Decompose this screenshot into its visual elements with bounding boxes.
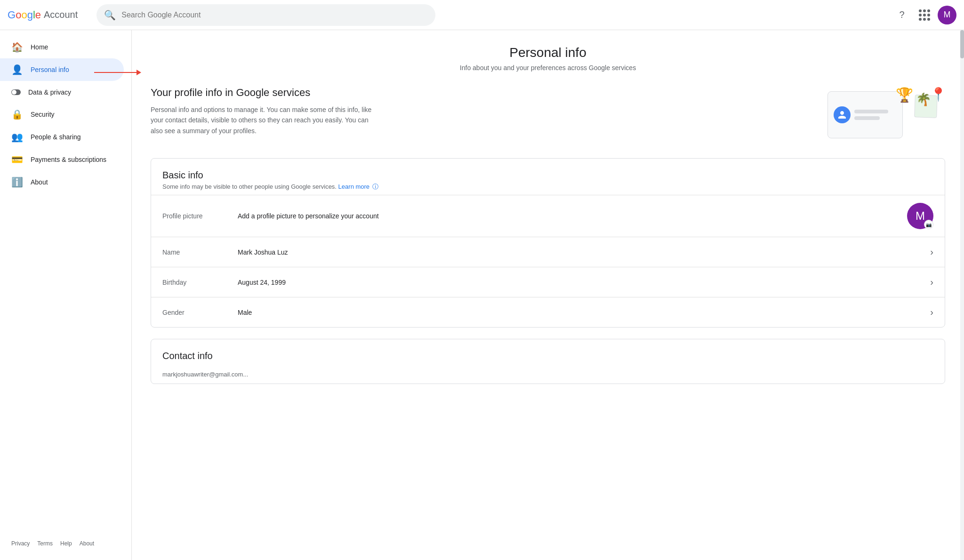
profile-avatar-letter: M: [916, 209, 925, 223]
sidebar: 🏠 Home 👤 Personal info Data & privacy 🔒 …: [0, 30, 132, 560]
account-avatar-button[interactable]: M: [938, 6, 956, 24]
account-label: Account: [44, 9, 78, 20]
pin-emoji: 📍: [930, 87, 947, 102]
birthday-row[interactable]: Birthday August 24, 1999 ›: [151, 267, 945, 297]
sidebar-label-personal-info: Personal info: [31, 66, 69, 73]
name-label: Name: [162, 248, 238, 256]
sidebar-label-about: About: [31, 178, 48, 186]
search-bar: 🔍: [96, 4, 435, 26]
contact-info-card: Contact info markjoshuawriter@gmail.com.…: [151, 339, 945, 384]
contact-info-header: Contact info: [151, 339, 945, 367]
main-content: Personal info Info about you and your pr…: [132, 30, 964, 560]
page-title: Personal info: [151, 45, 945, 60]
hero-title: Your profile info in Google services: [151, 87, 808, 99]
arrow-line: [132, 72, 137, 73]
profile-picture-action: M 📷: [907, 203, 933, 229]
sidebar-item-security[interactable]: 🔒 Security: [0, 103, 124, 126]
sidebar-footer: Privacy Terms Help About: [0, 533, 131, 554]
sidebar-label-security: Security: [31, 111, 55, 118]
birthday-chevron-icon: ›: [930, 277, 933, 288]
profile-picture-label: Profile picture: [162, 212, 238, 220]
header: Google Account 🔍 ? M: [0, 0, 964, 30]
apps-button[interactable]: [915, 6, 934, 24]
gender-label: Gender: [162, 309, 238, 316]
sidebar-label-data-privacy: Data & privacy: [28, 88, 71, 96]
info-circle-icon: ⓘ: [372, 183, 378, 190]
toggle-icon: [11, 87, 21, 97]
basic-info-title: Basic info: [162, 170, 933, 181]
help-icon: ?: [899, 9, 904, 20]
sidebar-item-payments[interactable]: 💳 Payments & subscriptions: [0, 148, 124, 171]
scrollbar-thumb[interactable]: [960, 30, 964, 58]
footer-terms-link[interactable]: Terms: [37, 540, 53, 547]
red-arrow-container: [132, 70, 141, 75]
learn-more-link[interactable]: Learn more: [338, 183, 370, 190]
camera-badge: 📷: [924, 220, 933, 229]
gender-row[interactable]: Gender Male ›: [151, 297, 945, 327]
people-icon: 👥: [11, 131, 23, 143]
info-icon: ℹ️: [11, 176, 23, 188]
hero-text: Your profile info in Google services Per…: [151, 87, 808, 136]
basic-info-desc-text: Some info may be visible to other people…: [162, 183, 337, 190]
google-logo[interactable]: Google Account: [8, 9, 89, 21]
footer-privacy-link[interactable]: Privacy: [11, 540, 30, 547]
search-input[interactable]: [121, 11, 428, 19]
google-logo-text: Google: [8, 9, 41, 21]
avatar-letter: M: [944, 10, 951, 20]
lock-icon: 🔒: [11, 109, 23, 120]
card-lines: [854, 110, 897, 120]
sidebar-item-about[interactable]: ℹ️ About: [0, 171, 124, 193]
apps-icon: [919, 9, 930, 21]
sidebar-label-people-sharing: People & sharing: [31, 133, 81, 141]
search-icon: 🔍: [104, 9, 116, 21]
basic-info-desc: Some info may be visible to other people…: [162, 183, 933, 191]
card-icon: 💳: [11, 154, 23, 165]
arrow-head: [137, 70, 141, 75]
basic-info-card: Basic info Some info may be visible to o…: [151, 158, 945, 328]
page-subtitle: Info about you and your preferences acro…: [151, 64, 945, 72]
contact-info-title: Contact info: [162, 351, 933, 361]
name-chevron-icon: ›: [930, 247, 933, 257]
sidebar-item-data-privacy[interactable]: Data & privacy: [0, 81, 124, 103]
hero-section: Your profile info in Google services Per…: [151, 87, 945, 143]
name-row[interactable]: Name Mark Joshua Luz ›: [151, 237, 945, 267]
hero-illustration: 🏆 🌴 📍: [823, 87, 945, 143]
avatar-illustration: [834, 106, 851, 123]
sidebar-label-home: Home: [31, 43, 48, 51]
gender-value: Male: [238, 309, 930, 316]
profile-picture-row[interactable]: Profile picture Add a profile picture to…: [151, 195, 945, 237]
footer-about-link[interactable]: About: [80, 540, 94, 547]
home-icon: 🏠: [11, 41, 23, 53]
name-action: ›: [930, 247, 933, 257]
sidebar-item-home[interactable]: 🏠 Home: [0, 36, 124, 58]
footer-help-link[interactable]: Help: [60, 540, 72, 547]
birthday-label: Birthday: [162, 279, 238, 286]
header-right: ? M: [892, 6, 956, 24]
profile-card-illustration: [827, 91, 903, 138]
trophy-emoji: 🏆: [896, 87, 913, 103]
basic-info-header: Basic info Some info may be visible to o…: [151, 159, 945, 195]
name-value: Mark Joshua Luz: [238, 248, 930, 256]
gender-action: ›: [930, 307, 933, 318]
camera-icon: 📷: [926, 222, 932, 227]
profile-avatar: M 📷: [907, 203, 933, 229]
sidebar-item-people-sharing[interactable]: 👥 People & sharing: [0, 126, 124, 148]
gender-chevron-icon: ›: [930, 307, 933, 318]
palm-emoji: 🌴: [916, 92, 931, 107]
layout: 🏠 Home 👤 Personal info Data & privacy 🔒 …: [0, 30, 964, 560]
sidebar-label-payments: Payments & subscriptions: [31, 156, 106, 163]
scrollbar[interactable]: [960, 30, 964, 560]
contact-email-partial: markjoshuawriter@gmail.com...: [151, 367, 945, 384]
hero-description: Personal info and options to manage it. …: [151, 104, 377, 136]
profile-picture-value: Add a profile picture to personalize you…: [238, 212, 907, 220]
birthday-action: ›: [930, 277, 933, 288]
person-icon: 👤: [11, 64, 23, 75]
help-button[interactable]: ?: [892, 6, 911, 24]
birthday-value: August 24, 1999: [238, 279, 930, 286]
svg-point-1: [12, 90, 16, 95]
